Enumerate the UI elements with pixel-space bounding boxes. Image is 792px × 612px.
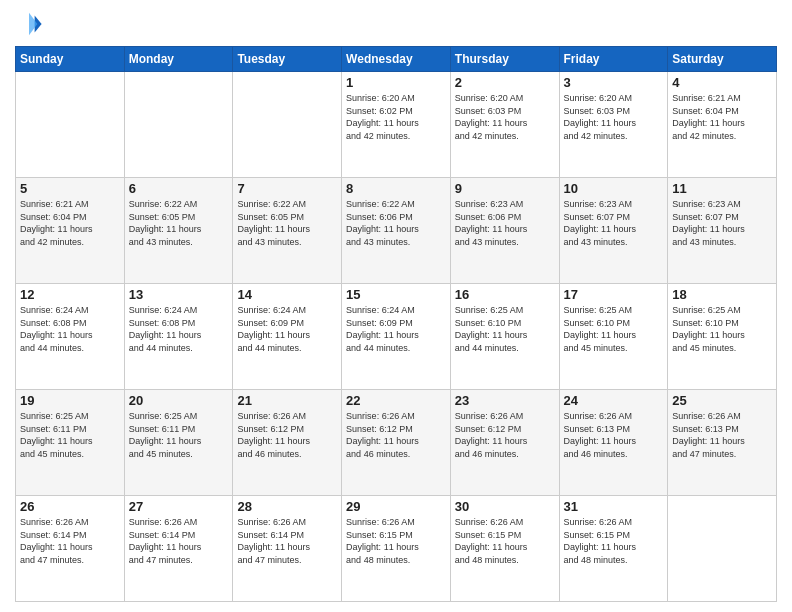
day-info: Sunrise: 6:25 AM Sunset: 6:11 PM Dayligh… bbox=[129, 410, 229, 460]
calendar-cell: 8Sunrise: 6:22 AM Sunset: 6:06 PM Daylig… bbox=[342, 178, 451, 284]
day-info: Sunrise: 6:26 AM Sunset: 6:12 PM Dayligh… bbox=[346, 410, 446, 460]
weekday-header-wednesday: Wednesday bbox=[342, 47, 451, 72]
day-number: 6 bbox=[129, 181, 229, 196]
calendar-cell: 16Sunrise: 6:25 AM Sunset: 6:10 PM Dayli… bbox=[450, 284, 559, 390]
day-number: 20 bbox=[129, 393, 229, 408]
week-row-4: 19Sunrise: 6:25 AM Sunset: 6:11 PM Dayli… bbox=[16, 390, 777, 496]
day-info: Sunrise: 6:24 AM Sunset: 6:09 PM Dayligh… bbox=[346, 304, 446, 354]
calendar-cell: 2Sunrise: 6:20 AM Sunset: 6:03 PM Daylig… bbox=[450, 72, 559, 178]
day-number: 24 bbox=[564, 393, 664, 408]
calendar-cell: 4Sunrise: 6:21 AM Sunset: 6:04 PM Daylig… bbox=[668, 72, 777, 178]
day-number: 8 bbox=[346, 181, 446, 196]
day-info: Sunrise: 6:26 AM Sunset: 6:15 PM Dayligh… bbox=[346, 516, 446, 566]
weekday-header-thursday: Thursday bbox=[450, 47, 559, 72]
day-number: 11 bbox=[672, 181, 772, 196]
day-number: 12 bbox=[20, 287, 120, 302]
day-info: Sunrise: 6:26 AM Sunset: 6:13 PM Dayligh… bbox=[564, 410, 664, 460]
calendar-cell: 3Sunrise: 6:20 AM Sunset: 6:03 PM Daylig… bbox=[559, 72, 668, 178]
day-info: Sunrise: 6:22 AM Sunset: 6:05 PM Dayligh… bbox=[237, 198, 337, 248]
day-number: 13 bbox=[129, 287, 229, 302]
calendar-cell: 31Sunrise: 6:26 AM Sunset: 6:15 PM Dayli… bbox=[559, 496, 668, 602]
day-info: Sunrise: 6:26 AM Sunset: 6:15 PM Dayligh… bbox=[455, 516, 555, 566]
day-number: 23 bbox=[455, 393, 555, 408]
day-number: 30 bbox=[455, 499, 555, 514]
calendar-cell: 12Sunrise: 6:24 AM Sunset: 6:08 PM Dayli… bbox=[16, 284, 125, 390]
day-info: Sunrise: 6:23 AM Sunset: 6:07 PM Dayligh… bbox=[564, 198, 664, 248]
day-number: 28 bbox=[237, 499, 337, 514]
calendar-cell bbox=[16, 72, 125, 178]
calendar-cell: 15Sunrise: 6:24 AM Sunset: 6:09 PM Dayli… bbox=[342, 284, 451, 390]
weekday-header-friday: Friday bbox=[559, 47, 668, 72]
day-number: 10 bbox=[564, 181, 664, 196]
page: SundayMondayTuesdayWednesdayThursdayFrid… bbox=[0, 0, 792, 612]
calendar-cell bbox=[668, 496, 777, 602]
week-row-3: 12Sunrise: 6:24 AM Sunset: 6:08 PM Dayli… bbox=[16, 284, 777, 390]
calendar-cell: 11Sunrise: 6:23 AM Sunset: 6:07 PM Dayli… bbox=[668, 178, 777, 284]
calendar-cell: 20Sunrise: 6:25 AM Sunset: 6:11 PM Dayli… bbox=[124, 390, 233, 496]
day-info: Sunrise: 6:24 AM Sunset: 6:08 PM Dayligh… bbox=[20, 304, 120, 354]
day-info: Sunrise: 6:21 AM Sunset: 6:04 PM Dayligh… bbox=[20, 198, 120, 248]
week-row-5: 26Sunrise: 6:26 AM Sunset: 6:14 PM Dayli… bbox=[16, 496, 777, 602]
day-number: 22 bbox=[346, 393, 446, 408]
day-info: Sunrise: 6:26 AM Sunset: 6:15 PM Dayligh… bbox=[564, 516, 664, 566]
logo bbox=[15, 10, 47, 38]
calendar-cell bbox=[233, 72, 342, 178]
week-row-1: 1Sunrise: 6:20 AM Sunset: 6:02 PM Daylig… bbox=[16, 72, 777, 178]
calendar-cell: 24Sunrise: 6:26 AM Sunset: 6:13 PM Dayli… bbox=[559, 390, 668, 496]
day-info: Sunrise: 6:24 AM Sunset: 6:09 PM Dayligh… bbox=[237, 304, 337, 354]
weekday-header-tuesday: Tuesday bbox=[233, 47, 342, 72]
day-info: Sunrise: 6:20 AM Sunset: 6:03 PM Dayligh… bbox=[455, 92, 555, 142]
day-info: Sunrise: 6:25 AM Sunset: 6:10 PM Dayligh… bbox=[455, 304, 555, 354]
calendar-cell: 30Sunrise: 6:26 AM Sunset: 6:15 PM Dayli… bbox=[450, 496, 559, 602]
weekday-header-sunday: Sunday bbox=[16, 47, 125, 72]
day-number: 17 bbox=[564, 287, 664, 302]
day-info: Sunrise: 6:22 AM Sunset: 6:05 PM Dayligh… bbox=[129, 198, 229, 248]
svg-marker-1 bbox=[29, 13, 37, 35]
calendar-cell: 18Sunrise: 6:25 AM Sunset: 6:10 PM Dayli… bbox=[668, 284, 777, 390]
day-number: 18 bbox=[672, 287, 772, 302]
calendar-cell: 29Sunrise: 6:26 AM Sunset: 6:15 PM Dayli… bbox=[342, 496, 451, 602]
day-number: 7 bbox=[237, 181, 337, 196]
day-number: 29 bbox=[346, 499, 446, 514]
day-number: 27 bbox=[129, 499, 229, 514]
day-number: 3 bbox=[564, 75, 664, 90]
calendar-cell: 23Sunrise: 6:26 AM Sunset: 6:12 PM Dayli… bbox=[450, 390, 559, 496]
day-info: Sunrise: 6:22 AM Sunset: 6:06 PM Dayligh… bbox=[346, 198, 446, 248]
day-number: 2 bbox=[455, 75, 555, 90]
calendar-cell: 26Sunrise: 6:26 AM Sunset: 6:14 PM Dayli… bbox=[16, 496, 125, 602]
day-info: Sunrise: 6:26 AM Sunset: 6:12 PM Dayligh… bbox=[455, 410, 555, 460]
calendar-cell: 5Sunrise: 6:21 AM Sunset: 6:04 PM Daylig… bbox=[16, 178, 125, 284]
day-info: Sunrise: 6:24 AM Sunset: 6:08 PM Dayligh… bbox=[129, 304, 229, 354]
calendar-cell: 13Sunrise: 6:24 AM Sunset: 6:08 PM Dayli… bbox=[124, 284, 233, 390]
calendar-cell: 17Sunrise: 6:25 AM Sunset: 6:10 PM Dayli… bbox=[559, 284, 668, 390]
day-number: 5 bbox=[20, 181, 120, 196]
calendar-cell: 27Sunrise: 6:26 AM Sunset: 6:14 PM Dayli… bbox=[124, 496, 233, 602]
day-number: 9 bbox=[455, 181, 555, 196]
calendar-cell: 19Sunrise: 6:25 AM Sunset: 6:11 PM Dayli… bbox=[16, 390, 125, 496]
day-number: 14 bbox=[237, 287, 337, 302]
day-info: Sunrise: 6:26 AM Sunset: 6:12 PM Dayligh… bbox=[237, 410, 337, 460]
calendar-cell: 9Sunrise: 6:23 AM Sunset: 6:06 PM Daylig… bbox=[450, 178, 559, 284]
day-info: Sunrise: 6:20 AM Sunset: 6:03 PM Dayligh… bbox=[564, 92, 664, 142]
calendar-cell: 14Sunrise: 6:24 AM Sunset: 6:09 PM Dayli… bbox=[233, 284, 342, 390]
day-info: Sunrise: 6:25 AM Sunset: 6:10 PM Dayligh… bbox=[564, 304, 664, 354]
calendar-table: SundayMondayTuesdayWednesdayThursdayFrid… bbox=[15, 46, 777, 602]
day-number: 4 bbox=[672, 75, 772, 90]
calendar-cell: 7Sunrise: 6:22 AM Sunset: 6:05 PM Daylig… bbox=[233, 178, 342, 284]
day-info: Sunrise: 6:23 AM Sunset: 6:06 PM Dayligh… bbox=[455, 198, 555, 248]
calendar-cell: 25Sunrise: 6:26 AM Sunset: 6:13 PM Dayli… bbox=[668, 390, 777, 496]
day-info: Sunrise: 6:25 AM Sunset: 6:10 PM Dayligh… bbox=[672, 304, 772, 354]
calendar-cell: 28Sunrise: 6:26 AM Sunset: 6:14 PM Dayli… bbox=[233, 496, 342, 602]
calendar-cell: 21Sunrise: 6:26 AM Sunset: 6:12 PM Dayli… bbox=[233, 390, 342, 496]
calendar-cell bbox=[124, 72, 233, 178]
day-number: 21 bbox=[237, 393, 337, 408]
day-info: Sunrise: 6:26 AM Sunset: 6:13 PM Dayligh… bbox=[672, 410, 772, 460]
calendar-cell: 6Sunrise: 6:22 AM Sunset: 6:05 PM Daylig… bbox=[124, 178, 233, 284]
week-row-2: 5Sunrise: 6:21 AM Sunset: 6:04 PM Daylig… bbox=[16, 178, 777, 284]
calendar-cell: 22Sunrise: 6:26 AM Sunset: 6:12 PM Dayli… bbox=[342, 390, 451, 496]
weekday-header-monday: Monday bbox=[124, 47, 233, 72]
day-info: Sunrise: 6:26 AM Sunset: 6:14 PM Dayligh… bbox=[20, 516, 120, 566]
logo-icon bbox=[15, 10, 43, 38]
day-info: Sunrise: 6:26 AM Sunset: 6:14 PM Dayligh… bbox=[237, 516, 337, 566]
weekday-header-saturday: Saturday bbox=[668, 47, 777, 72]
